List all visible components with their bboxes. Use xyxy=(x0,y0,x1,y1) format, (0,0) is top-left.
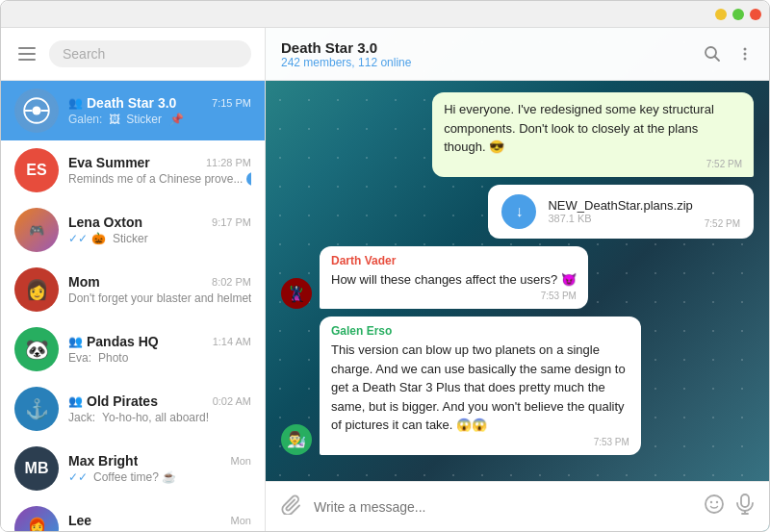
message-bubble: Hi everyone. I've redesigned some key st… xyxy=(432,92,754,177)
svg-point-9 xyxy=(744,58,747,61)
avatar xyxy=(14,89,59,133)
hamburger-line-2 xyxy=(18,53,36,55)
chat-header-actions xyxy=(704,45,754,63)
messages-area: Hi everyone. I've redesigned some key st… xyxy=(266,81,769,481)
chat-time: 0:02 AM xyxy=(213,395,251,407)
chat-item-mom[interactable]: 👩 Mom 8:02 PM Don't forget your blaster … xyxy=(1,260,265,319)
message-text: How will these changes affect the users?… xyxy=(331,270,577,290)
file-name: NEW_DeathStar.plans.zip xyxy=(548,198,692,213)
sidebar: Search 👥 Death Star 3.0 7:15 PM xyxy=(1,28,266,531)
message-row: Hi everyone. I've redesigned some key st… xyxy=(281,92,754,177)
search-button[interactable] xyxy=(704,45,721,63)
chat-name: Eva Summer xyxy=(68,155,150,170)
chat-item-max-bright[interactable]: MB Max Bright Mon ✓✓ Coffee time? ☕ xyxy=(1,439,265,498)
unread-badge: 2 xyxy=(246,172,251,186)
attach-button[interactable] xyxy=(281,494,302,519)
message-text: This version can blow up two planets on … xyxy=(331,341,629,435)
sender-avatar: 👨‍🔬 xyxy=(281,424,312,455)
chat-area: Death Star 3.0 242 members, 112 online H… xyxy=(266,28,769,531)
maximize-button[interactable] xyxy=(732,9,744,20)
chat-info: 👥 Old Pirates 0:02 AM Jack: Yo-ho-ho, al… xyxy=(68,393,251,424)
hamburger-menu[interactable] xyxy=(14,43,39,64)
chat-preview: Reminds me of a Chinese prove... 2 xyxy=(68,172,251,186)
file-bubble: ↓ NEW_DeathStar.plans.zip 387.1 KB 7:52 … xyxy=(488,185,754,239)
message-input-area xyxy=(266,481,769,531)
check-icon: ✓✓ xyxy=(68,470,88,484)
avatar: MB xyxy=(14,446,59,491)
svg-point-7 xyxy=(744,48,747,51)
chat-info: Mom 8:02 PM Don't forget your blaster an… xyxy=(68,274,251,305)
chat-time: 8:02 PM xyxy=(212,276,251,288)
chat-preview: Eva: Photo xyxy=(68,351,251,365)
chat-name-row: Lena Oxton 9:17 PM xyxy=(68,215,251,230)
chat-item-lee[interactable]: 👩‍🦰 Lee Mon We can call it Galaxy Star 7… xyxy=(1,498,265,531)
chat-item-old-pirates[interactable]: ⚓ 👥 Old Pirates 0:02 AM Jack: Yo-ho-ho, … xyxy=(1,379,265,439)
chat-item-eva-summer[interactable]: ES Eva Summer 11:28 PM Reminds me of a C… xyxy=(1,140,265,200)
main-layout: Search 👥 Death Star 3.0 7:15 PM xyxy=(1,28,769,531)
sticker-emoji: 🎃 xyxy=(91,232,106,245)
download-button[interactable]: ↓ xyxy=(501,194,536,229)
window-controls[interactable] xyxy=(715,9,761,20)
avatar: 🎮 xyxy=(14,208,59,252)
chat-item-lena-oxton[interactable]: 🎮 Lena Oxton 9:17 PM ✓✓ 🎃 Sticker xyxy=(1,200,265,260)
sticker-emoji: 🖼 xyxy=(109,113,120,126)
chat-name: 👥 Death Star 3.0 xyxy=(68,95,176,111)
minimize-button[interactable] xyxy=(715,9,727,20)
chat-name: Max Bright xyxy=(68,453,138,469)
chat-name: 👥 Pandas HQ xyxy=(68,334,159,349)
message-row-file: ↓ NEW_DeathStar.plans.zip 387.1 KB 7:52 … xyxy=(281,185,754,239)
message-bubble: Darth Vader How will these changes affec… xyxy=(320,246,588,310)
message-time: 7:52 PM xyxy=(444,159,742,169)
chat-preview: Jack: Yo-ho-ho, all aboard! xyxy=(68,411,251,424)
chat-name: Lena Oxton xyxy=(68,215,142,230)
chat-item-pandas-hq[interactable]: 🐼 👥 Pandas HQ 1:14 AM Eva: Photo xyxy=(1,319,265,379)
chat-time: 9:17 PM xyxy=(212,216,251,228)
message-text: Hi everyone. I've redesigned some key st… xyxy=(444,100,742,157)
chat-preview: We can call it Galaxy Star 7 ;) xyxy=(68,530,251,531)
chat-preview-prefix: Galen: xyxy=(68,113,102,126)
microphone-button[interactable] xyxy=(736,494,754,519)
file-info: NEW_DeathStar.plans.zip 387.1 KB xyxy=(548,198,692,224)
search-input[interactable]: Search xyxy=(49,40,251,67)
message-input[interactable] xyxy=(314,499,692,515)
chat-info: Eva Summer 11:28 PM Reminds me of a Chin… xyxy=(68,155,251,186)
message-time: 7:53 PM xyxy=(331,437,629,447)
more-options-button[interactable] xyxy=(736,45,754,63)
chat-item-death-star[interactable]: 👥 Death Star 3.0 7:15 PM Galen: 🖼 Sticke… xyxy=(1,81,265,140)
chat-info: 👥 Death Star 3.0 7:15 PM Galen: 🖼 Sticke… xyxy=(68,95,251,126)
pin-icon: 📌 xyxy=(169,113,184,126)
chat-name: Lee xyxy=(68,513,91,528)
avatar: 👩 xyxy=(14,267,59,312)
message-row: 👨‍🔬 Galen Erso This version can blow up … xyxy=(281,317,754,455)
svg-line-6 xyxy=(715,57,720,62)
emoji-button[interactable] xyxy=(704,494,725,519)
sticker-image xyxy=(320,467,474,482)
sticker-row: 👨‍🔬 xyxy=(281,467,754,482)
hamburger-line-1 xyxy=(18,47,36,49)
chat-header-info: Death Star 3.0 242 members, 112 online xyxy=(281,39,704,69)
chat-list: 👥 Death Star 3.0 7:15 PM Galen: 🖼 Sticke… xyxy=(1,81,265,531)
chat-header-name: Death Star 3.0 xyxy=(281,39,704,56)
chat-name-row: 👥 Old Pirates 0:02 AM xyxy=(68,393,251,409)
chat-name-row: Eva Summer 11:28 PM xyxy=(68,155,251,170)
avatar: ⚓ xyxy=(14,387,59,431)
chat-time: 11:28 PM xyxy=(206,157,251,168)
chat-time: Mon xyxy=(231,455,251,467)
sender-name: Darth Vader xyxy=(331,254,577,267)
chat-name-row: Lee Mon xyxy=(68,513,251,528)
svg-point-31 xyxy=(706,495,723,513)
svg-point-32 xyxy=(710,501,712,503)
chat-name-row: Mom 8:02 PM xyxy=(68,274,251,290)
chat-preview: ✓✓ 🎃 Sticker xyxy=(68,232,251,245)
sender-name: Galen Erso xyxy=(331,324,629,338)
chat-name-row: 👥 Death Star 3.0 7:15 PM xyxy=(68,95,251,111)
group-icon: 👥 xyxy=(68,96,83,110)
hamburger-line-3 xyxy=(18,59,36,61)
chat-name: Mom xyxy=(68,274,100,290)
close-button[interactable] xyxy=(750,9,761,20)
message-time: 7:53 PM xyxy=(331,291,577,301)
sidebar-header: Search xyxy=(1,28,265,81)
chat-time: 1:14 AM xyxy=(213,336,251,347)
chat-info: 👥 Pandas HQ 1:14 AM Eva: Photo xyxy=(68,334,251,365)
chat-time: Mon xyxy=(231,515,251,526)
